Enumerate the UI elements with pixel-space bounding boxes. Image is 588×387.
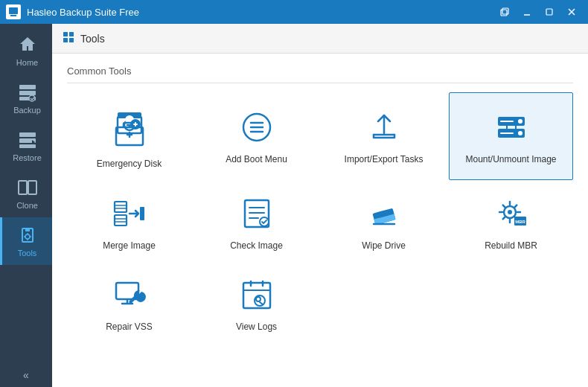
svg-rect-2	[502, 8, 508, 14]
import-export-icon	[366, 109, 402, 148]
svg-rect-21	[63, 32, 68, 36]
svg-rect-3	[501, 10, 507, 16]
tool-add-boot-menu[interactable]: Add Boot Menu	[194, 92, 319, 180]
sidebar-item-backup[interactable]: Backup	[0, 74, 52, 122]
window-controls	[494, 4, 582, 20]
svg-rect-24	[69, 38, 74, 42]
svg-rect-15	[19, 181, 27, 194]
tool-wipe-drive-label: Wipe Drive	[362, 240, 406, 252]
sidebar-item-clone[interactable]: Clone	[0, 170, 52, 217]
app-icon	[6, 4, 21, 19]
backup-icon	[17, 82, 38, 103]
sidebar-item-tools-label: Tools	[18, 249, 37, 258]
svg-rect-0	[9, 7, 18, 14]
sidebar-item-restore-label: Restore	[13, 153, 42, 162]
svg-point-38	[518, 131, 523, 135]
tools-icon	[17, 225, 38, 246]
tool-emergency-disk[interactable]: Emergency Disk	[67, 92, 191, 180]
sidebar-collapse-button[interactable]: «	[0, 363, 52, 387]
home-icon	[17, 34, 38, 55]
svg-point-37	[518, 119, 523, 124]
tool-repair-vss[interactable]: Repair VSS	[67, 264, 191, 343]
close-button[interactable]	[561, 4, 582, 20]
svg-rect-49	[140, 207, 144, 220]
svg-rect-46	[115, 215, 127, 226]
svg-rect-22	[69, 32, 74, 36]
merge-image-icon	[112, 196, 147, 234]
sidebar: Home Backup Restore	[0, 24, 52, 387]
section-title: Common Tools	[67, 65, 573, 83]
svg-rect-23	[63, 38, 68, 42]
tool-view-logs-label: View Logs	[236, 322, 277, 333]
svg-line-71	[260, 302, 263, 304]
sidebar-item-tools[interactable]: Tools	[0, 217, 52, 265]
content-scroll[interactable]: Common Tools	[52, 54, 588, 387]
app-body: Home Backup Restore	[0, 24, 588, 387]
emergency-disk-svg	[112, 114, 147, 153]
tool-import-export-label: Import/Export Tasks	[345, 154, 424, 166]
tool-rebuild-mbr[interactable]: MBR Rebuild MBR	[449, 183, 573, 262]
tool-merge-image-label: Merge Image	[103, 240, 156, 252]
sidebar-item-restore[interactable]: Restore	[0, 122, 52, 170]
svg-rect-14	[19, 144, 36, 148]
view-logs-icon	[239, 277, 275, 316]
rebuild-mbr-icon: MBR	[493, 196, 529, 234]
svg-rect-8	[19, 85, 36, 89]
tool-import-export-tasks[interactable]: Import/Export Tasks	[322, 92, 446, 180]
svg-rect-5	[546, 9, 552, 15]
repair-vss-icon	[112, 277, 147, 316]
svg-text:MBR: MBR	[515, 220, 525, 224]
svg-rect-12	[19, 132, 36, 137]
tool-mount-unmount-image[interactable]: Mount/Unmount Image	[449, 92, 573, 180]
maximize-button[interactable]	[539, 4, 560, 20]
tool-view-logs[interactable]: View Logs	[194, 264, 319, 343]
tool-rebuild-mbr-label: Rebuild MBR	[485, 240, 537, 252]
tool-emergency-disk-label: Emergency Disk	[97, 159, 162, 170]
tool-wipe-drive[interactable]: Wipe Drive	[322, 183, 446, 262]
tool-repair-vss-label: Repair VSS	[106, 322, 153, 333]
restore-button[interactable]	[494, 4, 515, 20]
svg-rect-43	[115, 202, 127, 212]
sidebar-item-home-label: Home	[16, 58, 38, 67]
svg-rect-9	[19, 91, 36, 95]
tools-header-icon	[63, 31, 74, 46]
sidebar-item-clone-label: Clone	[16, 201, 38, 210]
svg-rect-16	[28, 181, 36, 194]
svg-point-70	[256, 297, 261, 301]
tools-grid: Emergency Disk Add Boot Menu	[67, 92, 573, 343]
add-boot-menu-icon	[239, 109, 275, 148]
content-header-title: Tools	[80, 33, 105, 45]
svg-rect-1	[10, 15, 16, 16]
tool-merge-image[interactable]: Merge Image	[67, 183, 191, 262]
check-image-icon	[239, 196, 275, 234]
titlebar: Hasleo Backup Suite Free	[0, 0, 588, 24]
tool-add-boot-menu-label: Add Boot Menu	[226, 154, 287, 166]
svg-point-19	[25, 234, 30, 239]
content-header: Tools	[52, 24, 588, 54]
tool-check-image[interactable]: Check Image	[194, 183, 319, 262]
mount-unmount-icon	[493, 109, 529, 148]
app-title: Hasleo Backup Suite Free	[27, 7, 494, 18]
sidebar-item-home[interactable]: Home	[0, 27, 52, 74]
minimize-button[interactable]	[517, 4, 537, 20]
clone-icon	[17, 177, 38, 198]
svg-rect-20	[25, 228, 30, 231]
sidebar-item-backup-label: Backup	[13, 106, 41, 115]
content-area: Tools Common Tools	[52, 24, 588, 387]
tool-mount-unmount-label: Mount/Unmount Image	[465, 154, 556, 166]
tool-check-image-label: Check Image	[230, 240, 283, 252]
restore-icon	[17, 129, 38, 150]
svg-point-59	[508, 210, 512, 214]
wipe-drive-icon	[366, 196, 402, 234]
